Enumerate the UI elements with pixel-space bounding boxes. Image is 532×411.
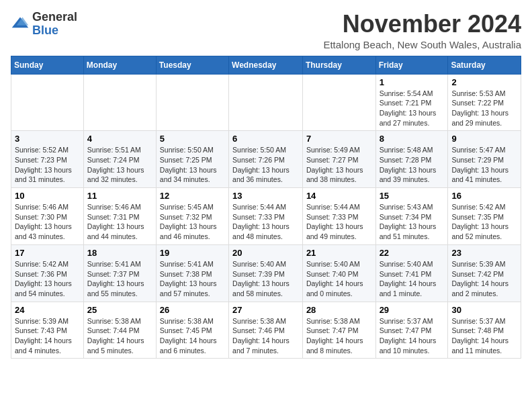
title-block: November 2024 Ettalong Beach, New South … <box>323 11 521 50</box>
day-number: 18 <box>87 248 152 258</box>
calendar-cell: 25Sunrise: 5:38 AMSunset: 7:44 PMDayligh… <box>83 302 156 359</box>
day-info: Sunrise: 5:40 AMSunset: 7:41 PMDaylight:… <box>380 259 445 299</box>
calendar-cell: 21Sunrise: 5:40 AMSunset: 7:40 PMDayligh… <box>302 244 375 302</box>
day-info: Sunrise: 5:38 AMSunset: 7:44 PMDaylight:… <box>87 316 152 356</box>
day-info: Sunrise: 5:41 AMSunset: 7:37 PMDaylight:… <box>87 259 152 299</box>
calendar-cell: 7Sunrise: 5:49 AMSunset: 7:27 PMDaylight… <box>302 131 375 188</box>
calendar-cell <box>83 74 156 131</box>
day-number: 9 <box>451 134 517 144</box>
day-info: Sunrise: 5:52 AMSunset: 7:23 PMDaylight:… <box>15 145 80 185</box>
day-number: 23 <box>451 248 517 258</box>
calendar-cell: 18Sunrise: 5:41 AMSunset: 7:37 PMDayligh… <box>83 244 156 302</box>
day-info: Sunrise: 5:46 AMSunset: 7:30 PMDaylight:… <box>15 202 80 242</box>
calendar-cell: 15Sunrise: 5:43 AMSunset: 7:34 PMDayligh… <box>375 188 448 245</box>
calendar-cell: 23Sunrise: 5:39 AMSunset: 7:42 PMDayligh… <box>448 244 521 302</box>
calendar-week-row: 1Sunrise: 5:54 AMSunset: 7:21 PMDaylight… <box>11 74 521 131</box>
day-number: 25 <box>87 305 152 315</box>
weekday-header-saturday: Saturday <box>448 56 521 74</box>
day-info: Sunrise: 5:40 AMSunset: 7:39 PMDaylight:… <box>232 259 299 299</box>
day-info: Sunrise: 5:48 AMSunset: 7:28 PMDaylight:… <box>380 145 445 185</box>
day-number: 22 <box>380 248 445 258</box>
calendar-cell: 26Sunrise: 5:38 AMSunset: 7:45 PMDayligh… <box>156 302 228 359</box>
calendar-cell: 6Sunrise: 5:50 AMSunset: 7:26 PMDaylight… <box>229 131 303 188</box>
day-info: Sunrise: 5:37 AMSunset: 7:48 PMDaylight:… <box>451 316 517 356</box>
weekday-header-row: SundayMondayTuesdayWednesdayThursdayFrid… <box>11 56 521 74</box>
calendar-cell <box>302 74 375 131</box>
calendar-cell: 4Sunrise: 5:51 AMSunset: 7:24 PMDaylight… <box>83 131 156 188</box>
day-number: 7 <box>306 134 372 144</box>
day-info: Sunrise: 5:44 AMSunset: 7:33 PMDaylight:… <box>232 202 299 242</box>
calendar-cell: 3Sunrise: 5:52 AMSunset: 7:23 PMDaylight… <box>11 131 84 188</box>
weekday-header-wednesday: Wednesday <box>229 56 303 74</box>
day-number: 14 <box>306 191 372 201</box>
day-info: Sunrise: 5:39 AMSunset: 7:43 PMDaylight:… <box>15 316 80 356</box>
calendar-week-row: 3Sunrise: 5:52 AMSunset: 7:23 PMDaylight… <box>11 131 521 188</box>
calendar-cell: 30Sunrise: 5:37 AMSunset: 7:48 PMDayligh… <box>448 302 521 359</box>
day-number: 5 <box>160 134 225 144</box>
day-number: 28 <box>306 305 372 315</box>
day-number: 3 <box>15 134 80 144</box>
day-info: Sunrise: 5:49 AMSunset: 7:27 PMDaylight:… <box>306 145 372 185</box>
calendar-cell <box>156 74 228 131</box>
day-number: 6 <box>232 134 299 144</box>
calendar-cell: 22Sunrise: 5:40 AMSunset: 7:41 PMDayligh… <box>375 244 448 302</box>
day-number: 16 <box>451 191 517 201</box>
day-info: Sunrise: 5:53 AMSunset: 7:22 PMDaylight:… <box>451 89 517 128</box>
weekday-header-thursday: Thursday <box>302 56 375 74</box>
calendar-cell: 2Sunrise: 5:53 AMSunset: 7:22 PMDaylight… <box>448 74 521 131</box>
day-number: 12 <box>160 191 225 201</box>
calendar-cell: 24Sunrise: 5:39 AMSunset: 7:43 PMDayligh… <box>11 302 84 359</box>
day-info: Sunrise: 5:42 AMSunset: 7:36 PMDaylight:… <box>15 259 80 299</box>
weekday-header-sunday: Sunday <box>11 56 84 74</box>
day-info: Sunrise: 5:50 AMSunset: 7:26 PMDaylight:… <box>232 145 299 185</box>
weekday-header-monday: Monday <box>83 56 156 74</box>
weekday-header-tuesday: Tuesday <box>156 56 228 74</box>
calendar-week-row: 10Sunrise: 5:46 AMSunset: 7:30 PMDayligh… <box>11 188 521 245</box>
day-info: Sunrise: 5:43 AMSunset: 7:34 PMDaylight:… <box>380 202 445 242</box>
day-info: Sunrise: 5:54 AMSunset: 7:21 PMDaylight:… <box>380 89 445 128</box>
day-number: 29 <box>380 305 445 315</box>
calendar-cell: 1Sunrise: 5:54 AMSunset: 7:21 PMDaylight… <box>375 74 448 131</box>
month-title: November 2024 <box>323 11 521 38</box>
day-number: 10 <box>15 191 80 201</box>
calendar-cell: 29Sunrise: 5:37 AMSunset: 7:47 PMDayligh… <box>375 302 448 359</box>
calendar-cell: 17Sunrise: 5:42 AMSunset: 7:36 PMDayligh… <box>11 244 84 302</box>
day-number: 21 <box>306 248 372 258</box>
calendar-week-row: 24Sunrise: 5:39 AMSunset: 7:43 PMDayligh… <box>11 302 521 359</box>
day-number: 15 <box>380 191 445 201</box>
calendar-cell: 11Sunrise: 5:46 AMSunset: 7:31 PMDayligh… <box>83 188 156 245</box>
day-number: 19 <box>160 248 225 258</box>
logo-icon <box>11 15 30 34</box>
calendar-cell: 10Sunrise: 5:46 AMSunset: 7:30 PMDayligh… <box>11 188 84 245</box>
day-number: 11 <box>87 191 152 201</box>
calendar-cell: 9Sunrise: 5:47 AMSunset: 7:29 PMDaylight… <box>448 131 521 188</box>
calendar-cell: 12Sunrise: 5:45 AMSunset: 7:32 PMDayligh… <box>156 188 228 245</box>
day-number: 27 <box>232 305 299 315</box>
calendar-cell: 5Sunrise: 5:50 AMSunset: 7:25 PMDaylight… <box>156 131 228 188</box>
logo: General Blue <box>11 11 77 38</box>
day-number: 8 <box>380 134 445 144</box>
day-info: Sunrise: 5:45 AMSunset: 7:32 PMDaylight:… <box>160 202 225 242</box>
calendar-table: SundayMondayTuesdayWednesdayThursdayFrid… <box>11 56 521 359</box>
day-number: 30 <box>451 305 517 315</box>
location-subtitle: Ettalong Beach, New South Wales, Austral… <box>323 39 521 50</box>
day-info: Sunrise: 5:41 AMSunset: 7:38 PMDaylight:… <box>160 259 225 299</box>
calendar-cell: 27Sunrise: 5:38 AMSunset: 7:46 PMDayligh… <box>229 302 303 359</box>
day-number: 24 <box>15 305 80 315</box>
day-number: 20 <box>232 248 299 258</box>
day-info: Sunrise: 5:38 AMSunset: 7:46 PMDaylight:… <box>232 316 299 356</box>
day-number: 26 <box>160 305 225 315</box>
day-info: Sunrise: 5:38 AMSunset: 7:45 PMDaylight:… <box>160 316 225 356</box>
day-info: Sunrise: 5:51 AMSunset: 7:24 PMDaylight:… <box>87 145 152 185</box>
calendar-cell <box>11 74 84 131</box>
calendar-cell: 8Sunrise: 5:48 AMSunset: 7:28 PMDaylight… <box>375 131 448 188</box>
header: General Blue November 2024 Ettalong Beac… <box>11 11 521 50</box>
calendar-cell: 16Sunrise: 5:42 AMSunset: 7:35 PMDayligh… <box>448 188 521 245</box>
day-info: Sunrise: 5:38 AMSunset: 7:47 PMDaylight:… <box>306 316 372 356</box>
day-info: Sunrise: 5:40 AMSunset: 7:40 PMDaylight:… <box>306 259 372 299</box>
calendar-cell <box>229 74 303 131</box>
day-info: Sunrise: 5:42 AMSunset: 7:35 PMDaylight:… <box>451 202 517 242</box>
calendar-cell: 14Sunrise: 5:44 AMSunset: 7:33 PMDayligh… <box>302 188 375 245</box>
day-number: 13 <box>232 191 299 201</box>
day-number: 4 <box>87 134 152 144</box>
